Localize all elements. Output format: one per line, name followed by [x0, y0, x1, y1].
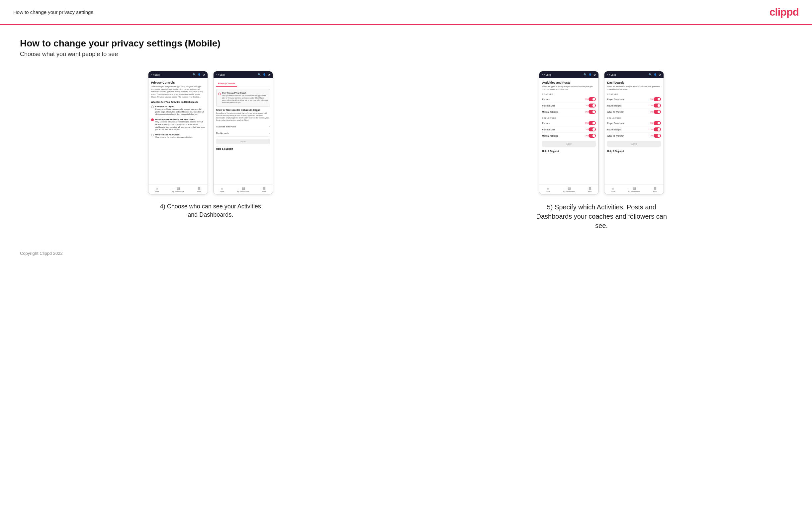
phone-body-3: Activities and Posts Select the types of…: [539, 78, 599, 184]
tooltip-box: Only You and Your Coach Only you and the…: [216, 89, 270, 107]
followers-drills-toggle[interactable]: [589, 127, 596, 131]
tooltip-radio[interactable]: [218, 93, 221, 95]
phone-screen-2: ‹ < Back 🔍 👤 ⚙ Privacy Controls: [213, 71, 273, 194]
main-content: How to change your privacy settings (Mob…: [0, 25, 812, 276]
radio-only-you[interactable]: [151, 134, 154, 136]
coaches-drills-toggle[interactable]: [589, 104, 596, 108]
group-right: ‹ < Back 🔍 👤 ⚙ Activities and Posts Sele…: [411, 71, 793, 230]
privacy-description: Control how you and your data appears to…: [151, 86, 205, 98]
option-everyone[interactable]: Everyone on Clippd Everyone on Clippd ca…: [151, 105, 205, 115]
save-button-4[interactable]: Save: [607, 141, 661, 147]
option-only-you[interactable]: Only You and Your Coach Only you and the…: [151, 133, 205, 139]
search-icon-3[interactable]: 🔍: [583, 73, 587, 76]
person-icon-2[interactable]: 👤: [263, 73, 266, 76]
chevron-left-icon: ‹: [151, 74, 152, 76]
phone-screen-3: ‹ < Back 🔍 👤 ⚙ Activities and Posts Sele…: [539, 71, 599, 194]
home-icon: ⌂: [156, 186, 158, 190]
option-approved[interactable]: Only Approved Followers and Your Coach O…: [151, 118, 205, 131]
followers-rounds-toggle[interactable]: [589, 121, 596, 125]
followers-rounds-row: Rounds ON: [542, 120, 596, 126]
chevron-left-icon-4: ‹: [607, 74, 608, 76]
radio-everyone[interactable]: [151, 106, 154, 108]
tab-performance-3[interactable]: ▤ My Performance: [563, 186, 575, 192]
caption-4: 4) Choose who can see your Activities an…: [157, 203, 264, 219]
tab-performance-2[interactable]: ▤ My Performance: [237, 186, 249, 192]
help-support-3: Help & Support: [542, 149, 596, 152]
search-icon[interactable]: 🔍: [193, 73, 196, 76]
save-button-3[interactable]: Save: [542, 141, 596, 147]
screenshots-pair-left: ‹ < Back 🔍 👤 ⚙ Privacy Controls Control …: [148, 71, 273, 194]
coaches-player-dash-row: Player Dashboard ON: [607, 96, 661, 103]
tab-home-2[interactable]: ⌂ Home: [220, 186, 224, 192]
followers-player-dash-toggle[interactable]: [654, 121, 661, 125]
search-icon-4[interactable]: 🔍: [649, 73, 652, 76]
tab-performance-1[interactable]: ▤ My Performance: [172, 186, 184, 192]
followers-player-dash-row: Player Dashboard ON: [607, 120, 661, 126]
page-subheading: Choose what you want people to see: [20, 51, 792, 58]
tab-home-3[interactable]: ⌂ Home: [546, 186, 550, 192]
settings-icon-2[interactable]: ⚙: [268, 73, 270, 76]
tab-bar-3: ⌂ Home ▤ My Performance ☰ Menu: [539, 184, 599, 194]
followers-label: FOLLOWERS: [542, 117, 596, 119]
dashboards-link[interactable]: Dashboards ›: [216, 130, 270, 137]
coaches-rounds-toggle[interactable]: [589, 97, 596, 101]
caption-5: 5) Specify which Activities, Posts and D…: [532, 203, 671, 230]
phone-header-4: ‹ < Back 🔍 👤 ⚙: [604, 71, 664, 78]
header-icons-4: 🔍 👤 ⚙: [649, 73, 661, 76]
menu-icon-4: ☰: [654, 186, 657, 190]
page-breadcrumb: How to change your privacy settings: [13, 9, 93, 15]
header-icons-3: 🔍 👤 ⚙: [583, 73, 596, 76]
coaches-what-work-row: What To Work On ON: [607, 109, 661, 115]
person-icon-4[interactable]: 👤: [654, 73, 657, 76]
header-icons-2: 🔍 👤 ⚙: [258, 73, 270, 76]
person-icon-3[interactable]: 👤: [589, 73, 592, 76]
followers-manual-toggle[interactable]: [589, 134, 596, 138]
header-icons-1: 🔍 👤 ⚙: [193, 73, 205, 76]
page-heading: How to change your privacy settings (Mob…: [20, 38, 792, 49]
followers-manual-row: Manual Activities ON: [542, 133, 596, 139]
phone-screen-1: ‹ < Back 🔍 👤 ⚙ Privacy Controls Control …: [148, 71, 208, 194]
back-button-2[interactable]: ‹ < Back: [216, 74, 225, 76]
coaches-player-dash-toggle[interactable]: [654, 97, 661, 101]
coaches-round-insights-row: Round Insights ON: [607, 103, 661, 109]
person-icon[interactable]: 👤: [198, 73, 201, 76]
phone-header-1: ‹ < Back 🔍 👤 ⚙: [148, 71, 208, 78]
activities-description: Select the types of activity that you'd …: [542, 86, 596, 91]
screenshots-pair-right: ‹ < Back 🔍 👤 ⚙ Activities and Posts Sele…: [539, 71, 664, 194]
tab-menu-4[interactable]: ☰ Menu: [653, 186, 657, 192]
search-icon-2[interactable]: 🔍: [258, 73, 261, 76]
logo: clippd: [769, 6, 799, 18]
coaches-manual-toggle[interactable]: [589, 110, 596, 114]
chart-icon-3: ▤: [568, 186, 570, 190]
tab-home-1[interactable]: ⌂ Home: [155, 186, 159, 192]
coaches-label: COACHES: [542, 93, 596, 95]
tab-menu-1[interactable]: ☰ Menu: [197, 186, 201, 192]
activities-posts-link[interactable]: Activities and Posts ›: [216, 123, 270, 130]
followers-label-4: FOLLOWERS: [607, 117, 661, 119]
menu-icon-2: ☰: [263, 186, 266, 190]
chevron-right-dashboards: ›: [269, 132, 270, 135]
show-hide-title: Show or hide specific features in Clippd: [216, 109, 270, 111]
coaches-what-work-toggle[interactable]: [654, 110, 661, 114]
settings-icon-3[interactable]: ⚙: [594, 73, 596, 76]
coaches-round-insights-toggle[interactable]: [654, 104, 661, 108]
followers-round-insights-toggle[interactable]: [654, 127, 661, 131]
back-button-3[interactable]: ‹ < Back: [542, 74, 551, 76]
tab-home-4[interactable]: ⌂ Home: [611, 186, 615, 192]
tab-menu-3[interactable]: ☰ Menu: [588, 186, 592, 192]
settings-icon-4[interactable]: ⚙: [659, 73, 661, 76]
radio-approved[interactable]: [151, 118, 154, 121]
followers-what-work-toggle[interactable]: [654, 134, 661, 138]
tab-privacy-controls[interactable]: Privacy Controls: [216, 81, 238, 87]
phone-screen-4: ‹ < Back 🔍 👤 ⚙ Dashboards Select the das…: [604, 71, 664, 194]
phone-body-1: Privacy Controls Control how you and you…: [148, 78, 208, 184]
tab-menu-2[interactable]: ☰ Menu: [262, 186, 266, 192]
save-button-2[interactable]: Save: [216, 139, 270, 144]
chart-icon-4: ▤: [633, 186, 636, 190]
settings-icon[interactable]: ⚙: [203, 73, 205, 76]
privacy-controls-title: Privacy Controls: [151, 81, 205, 84]
back-button-4[interactable]: ‹ < Back: [607, 74, 616, 76]
tab-performance-4[interactable]: ▤ My Performance: [628, 186, 640, 192]
tab-bar-1: ⌂ Home ▤ My Performance ☰ Menu: [148, 184, 208, 194]
back-button-1[interactable]: ‹ < Back: [151, 74, 160, 76]
